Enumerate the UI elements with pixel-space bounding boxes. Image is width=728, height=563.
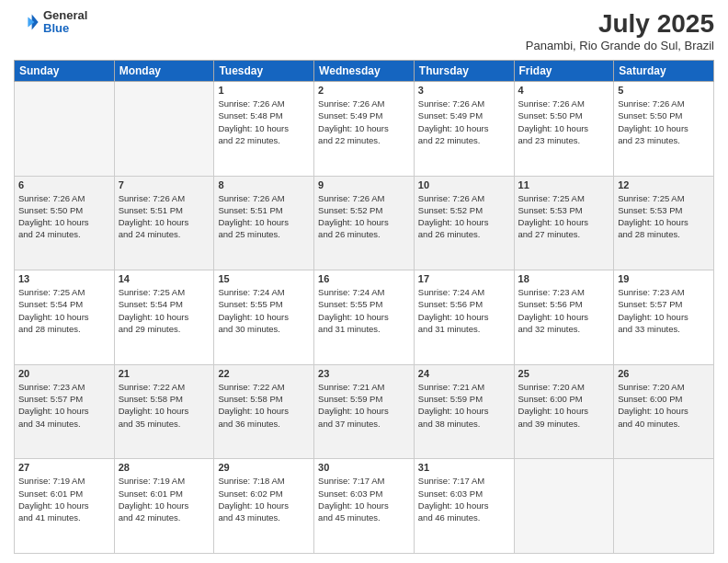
day-cell: 20Sunrise: 7:23 AM Sunset: 5:57 PM Dayli… — [15, 364, 115, 459]
day-info: Sunrise: 7:22 AM Sunset: 5:58 PM Dayligh… — [119, 381, 210, 430]
day-cell: 19Sunrise: 7:23 AM Sunset: 5:57 PM Dayli… — [614, 270, 714, 365]
day-info: Sunrise: 7:26 AM Sunset: 5:50 PM Dayligh… — [518, 98, 610, 146]
day-cell: 21Sunrise: 7:22 AM Sunset: 5:58 PM Dayli… — [114, 364, 214, 459]
day-info: Sunrise: 7:26 AM Sunset: 5:50 PM Dayligh… — [618, 98, 710, 146]
day-info: Sunrise: 7:26 AM Sunset: 5:52 PM Dayligh… — [318, 192, 410, 241]
day-info: Sunrise: 7:24 AM Sunset: 5:55 PM Dayligh… — [318, 286, 410, 335]
day-cell: 31Sunrise: 7:17 AM Sunset: 6:03 PM Dayli… — [414, 459, 514, 554]
day-cell: 23Sunrise: 7:21 AM Sunset: 5:59 PM Dayli… — [314, 364, 415, 459]
day-cell: 5Sunrise: 7:26 AM Sunset: 5:50 PM Daylig… — [614, 82, 714, 177]
day-cell: 4Sunrise: 7:26 AM Sunset: 5:50 PM Daylig… — [514, 82, 614, 177]
day-number: 29 — [218, 462, 310, 473]
day-info: Sunrise: 7:25 AM Sunset: 5:54 PM Dayligh… — [18, 286, 110, 335]
day-number: 31 — [418, 462, 510, 473]
day-info: Sunrise: 7:21 AM Sunset: 5:59 PM Dayligh… — [418, 381, 510, 430]
weekday-header-row: SundayMondayTuesdayWednesdayThursdayFrid… — [15, 61, 714, 82]
weekday-header-thursday: Thursday — [414, 61, 514, 82]
day-info: Sunrise: 7:23 AM Sunset: 5:56 PM Dayligh… — [518, 286, 610, 335]
day-cell: 30Sunrise: 7:17 AM Sunset: 6:03 PM Dayli… — [314, 459, 415, 554]
logo-icon — [14, 9, 40, 35]
day-info: Sunrise: 7:26 AM Sunset: 5:49 PM Dayligh… — [418, 98, 510, 146]
day-cell: 2Sunrise: 7:26 AM Sunset: 5:49 PM Daylig… — [314, 82, 415, 177]
day-number: 30 — [318, 462, 410, 473]
day-number: 6 — [18, 179, 110, 190]
day-number: 28 — [119, 462, 210, 473]
day-cell: 28Sunrise: 7:19 AM Sunset: 6:01 PM Dayli… — [114, 459, 214, 554]
day-cell: 6Sunrise: 7:26 AM Sunset: 5:50 PM Daylig… — [15, 176, 115, 270]
day-info: Sunrise: 7:26 AM Sunset: 5:51 PM Dayligh… — [218, 192, 310, 241]
day-cell: 15Sunrise: 7:24 AM Sunset: 5:55 PM Dayli… — [214, 270, 314, 365]
day-cell: 9Sunrise: 7:26 AM Sunset: 5:52 PM Daylig… — [314, 176, 415, 270]
day-number: 7 — [119, 179, 210, 190]
day-info: Sunrise: 7:26 AM Sunset: 5:50 PM Dayligh… — [18, 192, 110, 241]
day-info: Sunrise: 7:20 AM Sunset: 6:00 PM Dayligh… — [518, 381, 610, 430]
header: General Blue July 2025 Panambi, Rio Gran… — [14, 9, 714, 52]
weekday-header-saturday: Saturday — [614, 61, 714, 82]
day-number: 22 — [218, 368, 310, 379]
day-info: Sunrise: 7:26 AM Sunset: 5:49 PM Dayligh… — [318, 98, 410, 146]
day-info: Sunrise: 7:23 AM Sunset: 5:57 PM Dayligh… — [618, 286, 710, 335]
day-cell: 16Sunrise: 7:24 AM Sunset: 5:55 PM Dayli… — [314, 270, 415, 365]
day-number: 16 — [318, 273, 410, 284]
day-number: 25 — [518, 368, 610, 379]
weekday-header-monday: Monday — [114, 61, 214, 82]
day-info: Sunrise: 7:21 AM Sunset: 5:59 PM Dayligh… — [318, 381, 410, 430]
day-cell: 27Sunrise: 7:19 AM Sunset: 6:01 PM Dayli… — [15, 459, 115, 554]
month-title: July 2025 — [526, 9, 714, 39]
day-cell — [15, 82, 115, 177]
day-cell: 18Sunrise: 7:23 AM Sunset: 5:56 PM Dayli… — [514, 270, 614, 365]
day-cell: 29Sunrise: 7:18 AM Sunset: 6:02 PM Dayli… — [214, 459, 314, 554]
title-block: July 2025 Panambi, Rio Grande do Sul, Br… — [526, 9, 714, 52]
day-info: Sunrise: 7:24 AM Sunset: 5:55 PM Dayligh… — [218, 286, 310, 335]
day-cell: 8Sunrise: 7:26 AM Sunset: 5:51 PM Daylig… — [214, 176, 314, 270]
day-number: 2 — [318, 85, 410, 96]
day-cell: 24Sunrise: 7:21 AM Sunset: 5:59 PM Dayli… — [414, 364, 514, 459]
calendar: SundayMondayTuesdayWednesdayThursdayFrid… — [14, 60, 714, 554]
day-info: Sunrise: 7:24 AM Sunset: 5:56 PM Dayligh… — [418, 286, 510, 335]
day-number: 24 — [418, 368, 510, 379]
day-cell: 25Sunrise: 7:20 AM Sunset: 6:00 PM Dayli… — [514, 364, 614, 459]
weekday-header-friday: Friday — [514, 61, 614, 82]
day-cell — [114, 82, 214, 177]
day-number: 19 — [618, 273, 710, 284]
day-number: 14 — [119, 273, 210, 284]
day-number: 17 — [418, 273, 510, 284]
week-row-1: 1Sunrise: 7:26 AM Sunset: 5:48 PM Daylig… — [15, 82, 714, 177]
day-cell: 10Sunrise: 7:26 AM Sunset: 5:52 PM Dayli… — [414, 176, 514, 270]
day-number: 3 — [418, 85, 510, 96]
weekday-header-wednesday: Wednesday — [314, 61, 415, 82]
day-number: 23 — [318, 368, 410, 379]
day-info: Sunrise: 7:19 AM Sunset: 6:01 PM Dayligh… — [18, 475, 110, 523]
day-number: 12 — [618, 179, 710, 190]
day-number: 1 — [218, 85, 310, 96]
logo-general: General — [43, 9, 87, 22]
day-info: Sunrise: 7:25 AM Sunset: 5:53 PM Dayligh… — [518, 192, 610, 241]
day-number: 13 — [18, 273, 110, 284]
day-number: 27 — [18, 462, 110, 473]
weekday-header-tuesday: Tuesday — [214, 61, 314, 82]
day-info: Sunrise: 7:26 AM Sunset: 5:51 PM Dayligh… — [119, 192, 210, 241]
day-number: 10 — [418, 179, 510, 190]
day-cell: 13Sunrise: 7:25 AM Sunset: 5:54 PM Dayli… — [15, 270, 115, 365]
day-cell: 26Sunrise: 7:20 AM Sunset: 6:00 PM Dayli… — [614, 364, 714, 459]
day-number: 4 — [518, 85, 610, 96]
day-info: Sunrise: 7:23 AM Sunset: 5:57 PM Dayligh… — [18, 381, 110, 430]
week-row-4: 20Sunrise: 7:23 AM Sunset: 5:57 PM Dayli… — [15, 364, 714, 459]
week-row-3: 13Sunrise: 7:25 AM Sunset: 5:54 PM Dayli… — [15, 270, 714, 365]
day-cell: 12Sunrise: 7:25 AM Sunset: 5:53 PM Dayli… — [614, 176, 714, 270]
day-cell: 7Sunrise: 7:26 AM Sunset: 5:51 PM Daylig… — [114, 176, 214, 270]
logo-text: General Blue — [43, 9, 87, 36]
day-info: Sunrise: 7:26 AM Sunset: 5:52 PM Dayligh… — [418, 192, 510, 241]
location: Panambi, Rio Grande do Sul, Brazil — [526, 39, 714, 52]
day-cell: 22Sunrise: 7:22 AM Sunset: 5:58 PM Dayli… — [214, 364, 314, 459]
day-info: Sunrise: 7:17 AM Sunset: 6:03 PM Dayligh… — [418, 475, 510, 523]
day-info: Sunrise: 7:26 AM Sunset: 5:48 PM Dayligh… — [218, 98, 310, 146]
day-number: 8 — [218, 179, 310, 190]
day-number: 26 — [618, 368, 710, 379]
day-number: 21 — [119, 368, 210, 379]
day-cell — [614, 459, 714, 554]
day-info: Sunrise: 7:25 AM Sunset: 5:53 PM Dayligh… — [618, 192, 710, 241]
weekday-header-sunday: Sunday — [15, 61, 115, 82]
day-info: Sunrise: 7:22 AM Sunset: 5:58 PM Dayligh… — [218, 381, 310, 430]
week-row-5: 27Sunrise: 7:19 AM Sunset: 6:01 PM Dayli… — [15, 459, 714, 554]
